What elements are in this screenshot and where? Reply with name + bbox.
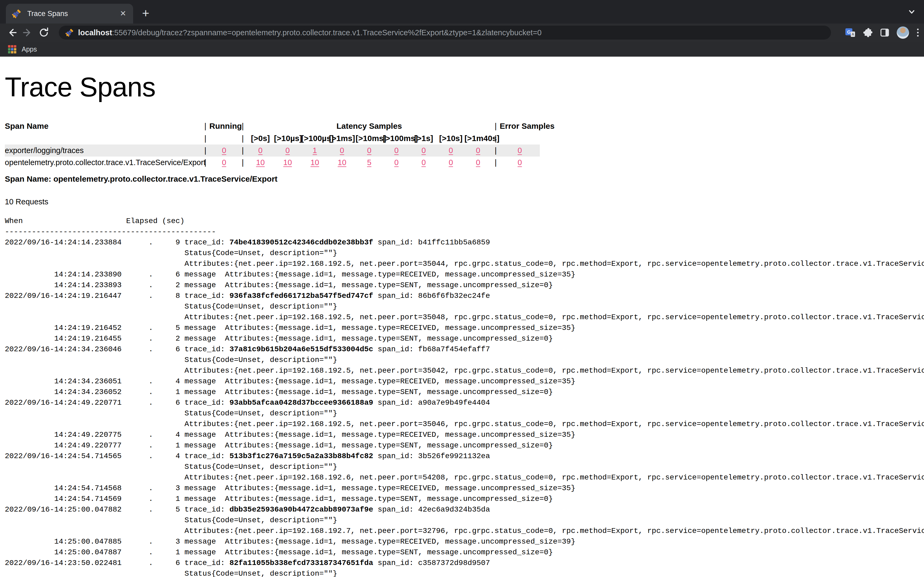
latency-bucket-count: 0	[437, 145, 464, 156]
requests-count: 10 Requests	[5, 197, 924, 206]
latency-bucket-count-link[interactable]: 0	[449, 146, 453, 155]
latency-bucket-header: [>1s]	[410, 132, 438, 145]
trace-id: 37a81c9b615b204a6e515df533004d5c	[229, 345, 373, 353]
error-count-link[interactable]: 0	[518, 158, 522, 167]
latency-bucket-header: [>1ms]	[328, 132, 355, 145]
latency-bucket-count: 0	[410, 156, 438, 169]
back-icon[interactable]	[4, 24, 20, 40]
error-count: 0	[500, 156, 540, 169]
latency-bucket-count-link[interactable]: 0	[340, 146, 344, 155]
col-header-span-name: Span Name	[5, 120, 201, 132]
span-name-cell: exporter/logging/traces	[5, 145, 201, 156]
latency-bucket-count: 10	[328, 156, 355, 169]
url-address-bar[interactable]: localhost:55679/debug/tracez?zspanname=o…	[59, 26, 831, 40]
trace-id: 82fa11055b338efcd733187347651fda	[229, 559, 373, 567]
empty-cell	[5, 132, 201, 145]
trace-id: 74be418390512c42346cddb02e38bb3f	[229, 238, 373, 247]
latency-bucket-count: 10	[301, 156, 329, 169]
latency-bucket-count-link[interactable]: 5	[367, 158, 372, 167]
latency-bucket-count-link[interactable]: 10	[310, 158, 319, 167]
error-count-link[interactable]: 0	[518, 146, 522, 155]
forward-icon[interactable]	[20, 24, 36, 40]
latency-bucket-count-link[interactable]: 0	[367, 146, 372, 155]
latency-bucket-count: 5	[355, 156, 383, 169]
extensions-puzzle-icon[interactable]	[863, 27, 873, 38]
latency-bucket-count: 10	[274, 156, 301, 169]
col-header-latency-samples: Latency Samples	[247, 120, 492, 132]
requests-log: When Elapsed (sec) ---------------------…	[5, 216, 924, 577]
col-header-error-samples: Error Samples	[500, 120, 540, 132]
column-separator: |	[239, 145, 247, 156]
latency-bucket-count: 0	[464, 145, 492, 156]
trace-id: 513b3f1c276a7159c5a2a33b88b4fc82	[229, 452, 373, 460]
latency-bucket-count: 0	[410, 145, 438, 156]
latency-bucket-count: 0	[274, 145, 301, 156]
browser-menu-kebab-icon[interactable]	[916, 27, 920, 38]
page-content: Trace Spans Span Name|Running|Latency Sa…	[0, 56, 924, 577]
profile-avatar[interactable]	[897, 26, 909, 39]
latency-bucket-count-link[interactable]: 0	[394, 146, 399, 155]
trace-id: 93abb5afcaa0428d37bccee9366188a9	[229, 398, 373, 407]
latency-bucket-count-link[interactable]: 10	[283, 158, 292, 167]
trace-id: dbb35e25936a90b4472cabb89073af9e	[229, 505, 373, 514]
apps-grid-icon	[8, 45, 16, 53]
tab-strip: Trace Spans ✕ +	[0, 0, 924, 24]
latency-bucket-count-link[interactable]: 10	[338, 158, 346, 167]
latency-bucket-count-link[interactable]: 0	[476, 146, 480, 155]
translate-icon[interactable]: G A	[845, 27, 856, 38]
latency-bucket-header: [>100µs]	[301, 132, 329, 145]
latency-bucket-count: 0	[437, 156, 464, 169]
url-text: localhost:55679/debug/tracez?zspanname=o…	[78, 28, 542, 37]
latency-bucket-count: 0	[383, 145, 410, 156]
column-separator: |	[492, 120, 500, 132]
column-separator: |	[239, 156, 247, 169]
latency-bucket-count: 1	[301, 145, 329, 156]
running-count-link[interactable]: 0	[222, 146, 226, 155]
error-count: 0	[500, 145, 540, 156]
latency-bucket-count-link[interactable]: 0	[422, 158, 426, 167]
browser-toolbar: localhost:55679/debug/tracez?zspanname=o…	[0, 24, 924, 42]
svg-text:A: A	[851, 32, 854, 36]
latency-bucket-header: [>10s]	[437, 132, 464, 145]
column-separator: |	[492, 145, 500, 156]
url-host: localhost	[78, 28, 112, 37]
bookmarks-bar: Apps	[0, 42, 924, 56]
latency-bucket-count-link[interactable]: 1	[313, 146, 317, 155]
side-panel-icon[interactable]	[880, 27, 890, 38]
reload-icon[interactable]	[36, 24, 52, 40]
trace-id: 936fa38fcfed661712ba547f5ed747cf	[229, 292, 373, 300]
latency-bucket-count-link[interactable]: 0	[394, 158, 399, 167]
running-count: 0	[209, 145, 239, 156]
latency-bucket-count-link[interactable]: 0	[422, 146, 426, 155]
latency-bucket-count-link[interactable]: 10	[256, 158, 265, 167]
latency-bucket-header: [>0s]	[247, 132, 274, 145]
latency-bucket-count-link[interactable]: 0	[286, 146, 290, 155]
bookmark-apps[interactable]: Apps	[22, 45, 37, 53]
latency-bucket-count: 0	[328, 145, 355, 156]
column-separator: |	[201, 145, 209, 156]
latency-bucket-count-link[interactable]: 0	[258, 146, 263, 155]
span-summary-table: Span Name|Running|Latency Samples|Error …	[5, 120, 540, 169]
column-separator: |	[239, 132, 247, 145]
latency-bucket-count-link[interactable]: 0	[476, 158, 480, 167]
running-count-link[interactable]: 0	[222, 158, 226, 167]
tab-title: Trace Spans	[27, 10, 119, 18]
browser-tab[interactable]: Trace Spans ✕	[6, 4, 133, 24]
latency-bucket-count: 0	[247, 145, 274, 156]
running-count: 0	[209, 156, 239, 169]
new-tab-button[interactable]: +	[139, 6, 153, 21]
latency-bucket-count: 10	[247, 156, 274, 169]
empty-cell	[500, 132, 540, 145]
column-separator: |	[201, 132, 209, 145]
selected-span-heading: Span Name: opentelemetry.proto.collector…	[5, 174, 924, 184]
column-separator: |	[201, 120, 209, 132]
tab-chevron-down-icon[interactable]	[907, 7, 916, 16]
latency-bucket-count: 0	[464, 156, 492, 169]
latency-bucket-header: [>100ms]	[383, 132, 410, 145]
tab-close-icon[interactable]: ✕	[119, 9, 127, 18]
latency-bucket-count: 0	[355, 145, 383, 156]
span-table-row: exporter/logging/traces|0|001000000|0	[5, 145, 540, 156]
span-table-row: opentelemetry.proto.collector.trace.v1.T…	[5, 156, 540, 169]
span-name-cell: opentelemetry.proto.collector.trace.v1.T…	[5, 156, 201, 169]
latency-bucket-count-link[interactable]: 0	[449, 158, 453, 167]
